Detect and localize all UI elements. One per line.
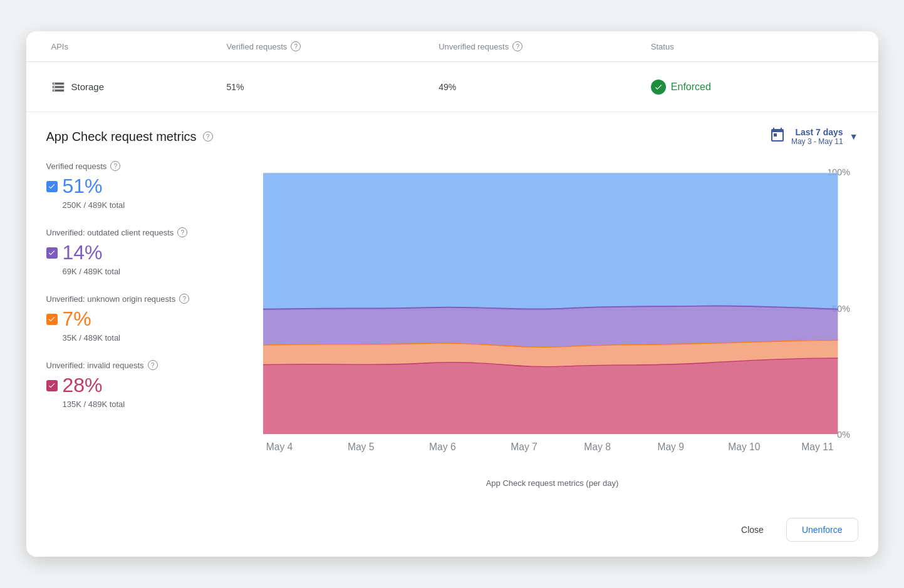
- storage-icon: [51, 80, 65, 94]
- unenforce-button[interactable]: Unenforce: [786, 518, 858, 542]
- verified-requests-help-icon[interactable]: ?: [110, 161, 120, 171]
- modal: APIs Verified requests ? Unverified requ…: [26, 31, 878, 557]
- col-header-apis: APIs: [46, 31, 222, 61]
- date-range-text: Last 7 days May 3 - May 11: [791, 127, 843, 146]
- metrics-title: App Check request metrics: [46, 130, 197, 144]
- invalid-percentage: 28%: [63, 374, 103, 397]
- invalid-help-icon[interactable]: ?: [148, 360, 158, 370]
- legend-item-outdated: Unverified: outdated client requests ? 1…: [46, 227, 222, 276]
- chevron-down-icon: ▼: [849, 132, 858, 142]
- status-label: Status: [651, 42, 674, 51]
- svg-text:May 9: May 9: [657, 441, 684, 452]
- unverified-pct: 49%: [439, 82, 456, 92]
- legend-label-verified: Verified requests ?: [46, 161, 222, 171]
- svg-text:0%: 0%: [837, 430, 850, 440]
- metrics-help-icon[interactable]: ?: [203, 132, 213, 142]
- outdated-checkbox[interactable]: [46, 247, 58, 259]
- col-header-verified: Verified requests ?: [222, 31, 434, 61]
- status-cell: Enforced: [646, 70, 858, 105]
- col-header-status: Status: [646, 31, 858, 61]
- verified-percentage: 51%: [63, 175, 103, 198]
- calendar-icon: [770, 127, 785, 146]
- unknown-help-icon[interactable]: ?: [179, 294, 189, 304]
- unverified-pct-cell: 49%: [434, 72, 646, 102]
- metrics-chart: 100% 50% 0%: [247, 161, 858, 471]
- table-header: APIs Verified requests ? Unverified requ…: [26, 31, 878, 62]
- verified-checkbox[interactable]: [46, 181, 58, 192]
- verified-total: 250K / 489K total: [63, 200, 222, 210]
- col-header-unverified: Unverified requests ?: [434, 31, 646, 61]
- legend-label-invalid: Unverified: invalid requests ?: [46, 360, 222, 370]
- unknown-total: 35K / 489K total: [63, 333, 222, 343]
- invalid-checkbox[interactable]: [46, 380, 58, 391]
- legend-value-outdated: 14%: [46, 241, 222, 264]
- unknown-checkbox[interactable]: [46, 314, 58, 325]
- invalid-total: 135K / 489K total: [63, 400, 222, 409]
- metrics-title-row: App Check request metrics ?: [46, 130, 213, 144]
- metrics-section: App Check request metrics ? Last 7 days …: [26, 112, 878, 508]
- outdated-percentage: 14%: [63, 241, 103, 264]
- unverified-help-icon[interactable]: ?: [512, 41, 522, 51]
- modal-footer: Close Unenforce: [26, 508, 878, 557]
- date-range-sub: May 3 - May 11: [791, 137, 843, 146]
- api-name: Storage: [71, 81, 105, 92]
- svg-text:May 5: May 5: [347, 441, 374, 452]
- legend-value-invalid: 28%: [46, 374, 222, 397]
- unverified-label: Unverified requests: [439, 42, 509, 51]
- unknown-percentage: 7%: [63, 307, 91, 331]
- table-row: Storage 51% 49% Enforced: [26, 62, 878, 112]
- metrics-header: App Check request metrics ? Last 7 days …: [46, 127, 858, 146]
- verified-help-icon[interactable]: ?: [291, 41, 301, 51]
- verified-requests-text: Verified requests: [46, 162, 107, 171]
- verified-label: Verified requests: [227, 42, 288, 51]
- outdated-text: Unverified: outdated client requests: [46, 228, 174, 237]
- verified-pct: 51%: [227, 82, 244, 92]
- legend-item-verified: Verified requests ? 51% 250K / 489K tota…: [46, 161, 222, 210]
- close-button[interactable]: Close: [726, 518, 779, 542]
- legend-item-unknown: Unverified: unknown origin requests ? 7%…: [46, 294, 222, 343]
- enforced-badge: Enforced: [651, 80, 853, 95]
- apis-label: APIs: [51, 42, 68, 51]
- svg-text:May 4: May 4: [266, 441, 293, 452]
- chart-x-label: App Check request metrics (per day): [247, 478, 858, 488]
- invalid-text: Unverified: invalid requests: [46, 361, 144, 370]
- legend-panel: Verified requests ? 51% 250K / 489K tota…: [46, 161, 222, 488]
- outdated-total: 69K / 489K total: [63, 267, 222, 276]
- api-name-cell: Storage: [46, 70, 222, 104]
- svg-text:May 6: May 6: [429, 441, 456, 452]
- unknown-text: Unverified: unknown origin requests: [46, 294, 176, 304]
- svg-text:May 8: May 8: [584, 441, 611, 452]
- svg-text:May 11: May 11: [801, 441, 833, 452]
- legend-value-verified: 51%: [46, 175, 222, 198]
- verified-pct-cell: 51%: [222, 72, 434, 102]
- chart-container: 100% 50% 0%: [247, 161, 858, 488]
- legend-label-unknown: Unverified: unknown origin requests ?: [46, 294, 222, 304]
- check-circle-icon: [651, 80, 666, 95]
- svg-text:May 10: May 10: [728, 441, 761, 452]
- legend-value-unknown: 7%: [46, 307, 222, 331]
- status-text: Enforced: [671, 81, 711, 93]
- date-range-selector[interactable]: Last 7 days May 3 - May 11 ▼: [770, 127, 858, 146]
- legend-label-outdated: Unverified: outdated client requests ?: [46, 227, 222, 237]
- date-range-label: Last 7 days: [791, 127, 843, 137]
- legend-item-invalid: Unverified: invalid requests ? 28% 135K …: [46, 360, 222, 409]
- metrics-content: Verified requests ? 51% 250K / 489K tota…: [46, 161, 858, 488]
- svg-text:May 7: May 7: [511, 441, 538, 452]
- outdated-help-icon[interactable]: ?: [177, 227, 187, 237]
